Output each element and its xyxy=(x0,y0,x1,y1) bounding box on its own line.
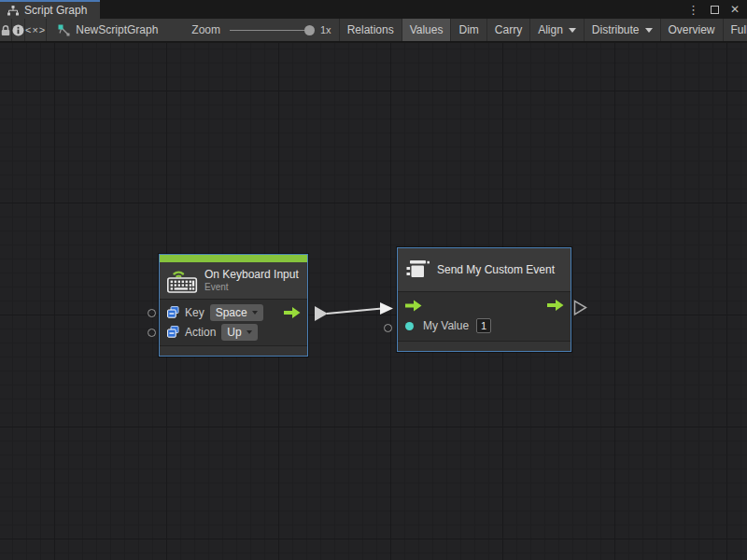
code-icon: <×> xyxy=(25,24,46,35)
trigger-output-port[interactable] xyxy=(284,306,301,318)
my-value-port-row: My Value 1 xyxy=(398,315,571,336)
zoom-label: Zoom xyxy=(191,23,220,36)
values-button[interactable]: Values xyxy=(402,19,452,41)
flow-arrow-icon xyxy=(284,306,301,318)
dim-button[interactable]: Dim xyxy=(451,19,486,41)
script-graph-asset-icon xyxy=(58,24,70,36)
node-send-my-custom-event[interactable]: Send My Custom Event My Value xyxy=(397,247,571,352)
flow-port-row xyxy=(398,295,571,315)
connection-layer xyxy=(0,43,747,560)
custom-event-icon xyxy=(405,259,430,281)
window-menu-icon[interactable]: ⋮ xyxy=(687,4,699,16)
zoom-slider-knob[interactable] xyxy=(304,25,315,35)
wire-start-arrow-icon[interactable] xyxy=(315,306,328,321)
lock-icon xyxy=(0,24,11,36)
zoom-value: 1x xyxy=(320,24,331,35)
graph-canvas[interactable]: On Keyboard Input Event Key Space xyxy=(0,43,747,560)
graph-hierarchy-icon xyxy=(7,6,19,16)
flow-output-port[interactable] xyxy=(547,300,564,312)
connection-wire[interactable] xyxy=(327,309,382,315)
carry-button[interactable]: Carry xyxy=(487,19,530,41)
node-body: Key Space xyxy=(160,300,307,343)
value-port-dot-icon[interactable] xyxy=(405,322,414,330)
zoom-slider[interactable] xyxy=(230,30,312,31)
zoom-control: Zoom 1x xyxy=(191,19,331,41)
script-graph-window: Script Graph ⋮ ✕ <×> xyxy=(0,0,747,560)
chevron-down-icon xyxy=(645,28,653,33)
key-port-row: Key Space xyxy=(160,302,307,322)
node-subtitle: Event xyxy=(204,282,299,293)
align-dropdown-button[interactable]: Align xyxy=(530,19,585,41)
my-value-port-circle[interactable] xyxy=(384,324,392,332)
node-header: On Keyboard Input Event xyxy=(160,262,307,300)
window-controls: ⋮ ✕ xyxy=(687,0,740,19)
node-on-keyboard-input[interactable]: On Keyboard Input Event Key Space xyxy=(159,254,308,357)
event-indicator-bar xyxy=(160,255,307,262)
full-screen-button[interactable]: Full Screen xyxy=(724,19,747,41)
wire-end-arrow-icon[interactable] xyxy=(380,302,393,315)
chevron-down-icon xyxy=(252,311,258,315)
toolbar-buttons: Relations Values Dim Carry Align Distrib… xyxy=(339,19,747,41)
flow-input-arrow-icon[interactable] xyxy=(405,300,422,312)
graph-toolbar: <×> NewScriptGraph Zoom 1x Relations Va xyxy=(0,19,747,42)
overview-button[interactable]: Overview xyxy=(661,19,724,41)
graph-breadcrumb[interactable]: NewScriptGraph xyxy=(58,19,158,41)
enum-type-icon xyxy=(167,326,179,338)
node-title: Send My Custom Event xyxy=(437,263,555,277)
key-dropdown[interactable]: Space xyxy=(210,304,263,321)
node-header: Send My Custom Event xyxy=(398,248,571,292)
close-icon[interactable]: ✕ xyxy=(730,4,740,15)
node-titles: On Keyboard Input Event xyxy=(204,268,299,293)
tab-script-graph[interactable]: Script Graph xyxy=(0,0,100,19)
enum-type-icon xyxy=(167,306,179,318)
graph-name: NewScriptGraph xyxy=(76,23,158,36)
keyboard-action-port-circle[interactable] xyxy=(148,329,156,337)
keyboard-icon xyxy=(167,268,198,293)
action-dropdown[interactable]: Up xyxy=(221,324,257,341)
action-port-label: Action xyxy=(185,326,216,339)
maximize-icon[interactable] xyxy=(711,6,719,14)
info-button[interactable] xyxy=(12,19,25,41)
key-port-label: Key xyxy=(185,306,204,319)
action-port-row: Action Up xyxy=(160,322,307,342)
distribute-dropdown-button[interactable]: Distribute xyxy=(585,19,661,41)
chevron-down-icon xyxy=(247,330,252,334)
node-body: My Value 1 xyxy=(398,292,571,338)
tab-bar: Script Graph ⋮ ✕ xyxy=(0,0,747,19)
relations-button[interactable]: Relations xyxy=(340,19,402,41)
my-value-input[interactable]: 1 xyxy=(476,318,491,333)
custom-event-output-port-icon[interactable] xyxy=(575,301,586,315)
keyboard-key-port-circle[interactable] xyxy=(148,309,156,317)
my-value-label: My Value xyxy=(423,319,469,332)
node-footer xyxy=(160,345,307,356)
flow-arrow-icon xyxy=(547,300,564,312)
lock-button[interactable] xyxy=(0,19,12,41)
node-title: On Keyboard Input xyxy=(204,268,299,282)
tab-label: Script Graph xyxy=(24,4,87,17)
chevron-down-icon xyxy=(569,28,576,33)
view-code-button[interactable]: <×> xyxy=(25,19,47,41)
node-footer xyxy=(398,341,571,351)
info-icon xyxy=(12,24,24,36)
